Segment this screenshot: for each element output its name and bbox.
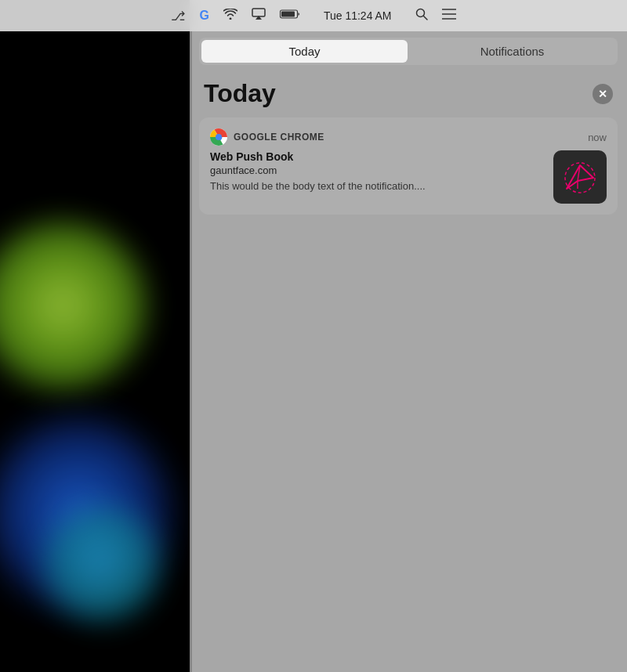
tuner-icon[interactable]: ⎇ (171, 9, 185, 23)
search-icon[interactable] (415, 8, 428, 23)
battery-icon[interactable] (280, 9, 300, 23)
tab-bar: Today Notifications (199, 38, 618, 65)
menubar-icons: ⎇ G Tue 11:24 (171, 8, 455, 23)
notification-app-info: GOOGLE CHROME (210, 128, 324, 146)
notification-body: Web Push Book gauntface.com This would b… (210, 150, 607, 204)
list-icon[interactable] (442, 9, 456, 23)
svg-point-10 (216, 134, 222, 140)
smoke-green (0, 219, 149, 392)
notification-time: now (588, 132, 607, 143)
airplay-icon[interactable] (252, 8, 266, 23)
menubar-time: Tue 11:24 AM (324, 9, 392, 22)
close-button[interactable]: ✕ (593, 84, 613, 104)
desktop-background (0, 0, 192, 672)
tab-notifications[interactable]: Notifications (409, 40, 615, 63)
notification-site: gauntface.com (210, 164, 544, 176)
paper-plane-icon (562, 159, 598, 195)
wifi-icon[interactable] (223, 9, 237, 23)
notification-text: Web Push Book gauntface.com This would b… (210, 150, 544, 193)
svg-rect-2 (281, 12, 295, 17)
notification-icon-box (553, 150, 607, 204)
notification-card: GOOGLE CHROME now Web Push Book gauntfac… (199, 117, 618, 215)
menubar: ⎇ G Tue 11:24 (0, 0, 627, 31)
today-header: Today ✕ (204, 79, 613, 108)
tab-today[interactable]: Today (201, 40, 408, 63)
notification-message: This would be the body text of the notif… (210, 179, 544, 193)
chrome-icon (210, 128, 227, 146)
svg-rect-0 (252, 9, 265, 16)
svg-line-4 (423, 16, 427, 20)
smoke-teal (31, 493, 172, 634)
notification-title: Web Push Book (210, 150, 544, 163)
app-name: GOOGLE CHROME (234, 132, 324, 143)
google-icon[interactable]: G (199, 9, 208, 23)
notification-card-header: GOOGLE CHROME now (210, 128, 607, 146)
today-title: Today (204, 79, 276, 108)
notification-center-panel: Today Notifications Today ✕ GOOGLE CHROM… (190, 0, 627, 672)
